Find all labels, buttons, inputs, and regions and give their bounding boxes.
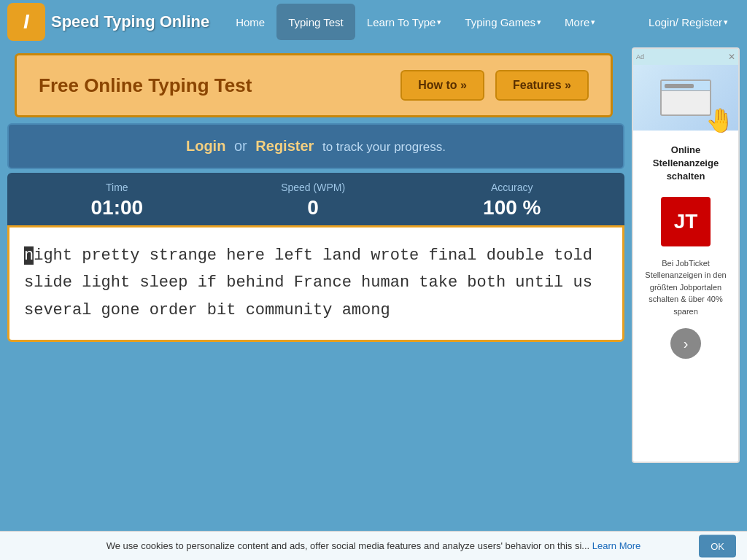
typing-section: Free Online Typing Test How to » Feature… [7,47,624,463]
main-nav: Home Typing Test Learn To Type ▾ Typing … [224,4,740,40]
ad-header-bar: Ad ✕ [633,49,738,65]
stats-bar: Time 01:00 Speed (WPM) 0 Accuracy 100 % [7,173,624,225]
cookie-bar: We use cookies to personalize content an… [0,531,747,560]
nav-more[interactable]: More ▾ [553,4,607,40]
ad-inner: Online Stellenanzeige schalten JT Bei Jo… [633,131,738,373]
main-area: Free Online Typing Test How to » Feature… [7,47,740,463]
typing-text-rest: ight pretty strange here left land wrote… [24,246,592,319]
time-value: 01:00 [91,196,144,219]
ad-sidebar: Ad ✕ 🤚 Online Stellenanzeige schalten JT… [632,47,740,463]
first-char: n [24,246,34,265]
nav-typing-test[interactable]: Typing Test [276,4,355,40]
ad-screen-mock [660,79,711,116]
cookie-ok-button[interactable]: OK [699,534,736,557]
login-dropdown-arrow: ▾ [724,18,728,27]
learn-dropdown-arrow: ▾ [437,18,441,27]
stat-time: Time 01:00 [91,182,144,219]
ad-top-image: 🤚 [633,65,738,131]
accuracy-label: Accuracy [483,182,541,193]
stat-accuracy: Accuracy 100 % [483,182,541,219]
ad-close-icon[interactable]: ✕ [728,52,735,62]
nav-home[interactable]: Home [224,4,276,40]
stat-speed: Speed (WPM) 0 [281,182,345,219]
games-dropdown-arrow: ▾ [537,18,541,27]
ad-label: Ad [636,53,644,61]
features-button[interactable]: Features » [495,70,589,101]
register-link[interactable]: Register [255,138,314,154]
logo-link[interactable]: I Speed Typing Online [7,3,209,41]
or-text: or [234,138,247,154]
accuracy-value: 100 % [483,196,541,219]
banner-buttons: How to » Features » [400,70,589,101]
ad-cta-button[interactable]: › [670,328,701,359]
cookie-message: We use cookies to personalize content an… [107,540,590,551]
logo-icon: I [7,3,45,41]
ad-screen-top [662,81,710,91]
ad-logo-jt: JT [661,197,711,246]
speed-value: 0 [281,196,345,219]
login-register-bar: Login or Register to track your progress… [7,123,624,169]
login-link[interactable]: Login [186,138,225,154]
nav-learn-to-type[interactable]: Learn To Type ▾ [355,4,454,40]
nav-typing-games[interactable]: Typing Games ▾ [453,4,553,40]
typing-area[interactable]: night pretty strange here left land wrot… [7,225,624,342]
nav-login-register[interactable]: Login/ Register ▾ [637,4,740,40]
ad-subtext: Bei JobTicket Stellenanzeigen in den grö… [639,257,732,318]
banner: Free Online Typing Test How to » Feature… [15,53,613,117]
ad-hand-icon: 🤚 [705,106,735,134]
ad-title-text: Online Stellenanzeige schalten [639,144,732,184]
ad-bar-mock [665,84,694,88]
banner-title: Free Online Typing Test [39,74,252,97]
track-text: to track your progress. [322,140,446,154]
time-label: Time [91,182,144,193]
howto-button[interactable]: How to » [400,70,484,101]
speed-label: Speed (WPM) [281,182,345,193]
more-dropdown-arrow: ▾ [591,18,595,27]
learn-more-link[interactable]: Learn More [592,540,640,551]
logo-text: Speed Typing Online [51,12,209,31]
header: I Speed Typing Online Home Typing Test L… [0,0,747,44]
